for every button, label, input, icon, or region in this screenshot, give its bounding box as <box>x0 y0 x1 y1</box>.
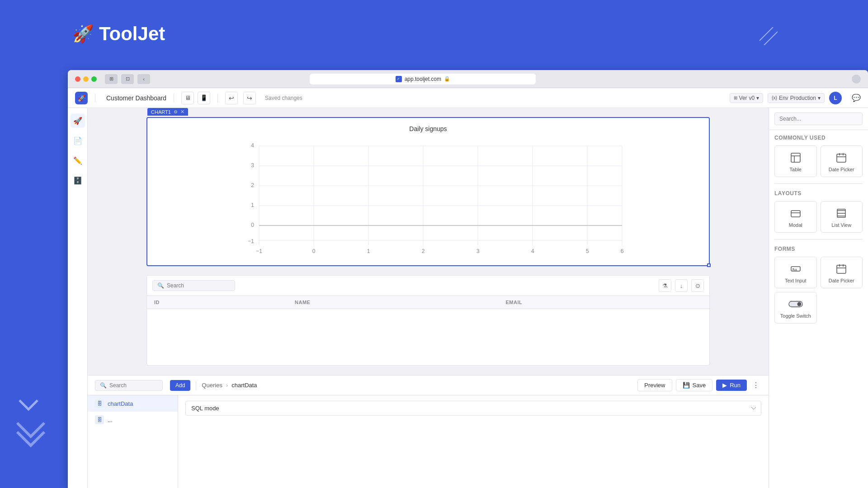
canvas-area: CHART1 ⚙ ✕ Daily signups <box>88 108 769 375</box>
address-bar[interactable]: ✓ app.tooljet.com 🔒 <box>310 74 536 84</box>
add-query-btn[interactable]: Add <box>170 380 190 391</box>
chat-icon[interactable]: 💬 <box>852 94 861 102</box>
settings-btn[interactable]: ⊙ <box>691 279 704 292</box>
query-item-2[interactable]: 🗄 ... <box>88 412 178 428</box>
rp-divider-1 <box>774 183 863 184</box>
table-header: ID NAME EMAIL <box>147 296 709 309</box>
version-value: v0 <box>749 95 755 101</box>
save-status: Saved changes <box>265 95 302 101</box>
rp-section-layouts: Layouts Modal <box>769 186 868 237</box>
rp-item-toggle-switch[interactable]: Toggle Switch <box>774 292 817 324</box>
chart-resize-handle[interactable] <box>707 263 711 267</box>
query-item-icon-2: 🗄 <box>95 415 104 424</box>
breadcrumb-sep: › <box>226 382 228 389</box>
chart-settings-icon[interactable]: ⚙ <box>174 109 178 114</box>
save-icon: 💾 <box>683 382 690 389</box>
site-favicon: ✓ <box>396 76 402 82</box>
preview-btn[interactable]: Preview <box>637 379 672 391</box>
nav-icon-inspector[interactable]: ✏️ <box>71 153 85 168</box>
app-logo: 🚀 <box>75 92 88 104</box>
rp-search <box>769 108 868 130</box>
nav-icon-datasources[interactable]: 🗄️ <box>71 173 85 188</box>
svg-text:3: 3 <box>251 162 254 169</box>
query-search-input[interactable] <box>109 382 155 389</box>
svg-text:1: 1 <box>367 248 370 254</box>
tl-yellow[interactable] <box>83 76 89 82</box>
rp-item-date-picker-2[interactable]: Date Picker <box>821 257 863 288</box>
env-label: Env <box>779 95 788 101</box>
rp-item-table[interactable]: Table <box>774 145 817 177</box>
browser-end-controls <box>852 75 861 84</box>
redo-btn[interactable]: ↪ <box>243 92 256 104</box>
desktop-view-btn[interactable]: 🖥 <box>181 92 194 104</box>
tl-green[interactable] <box>91 76 97 82</box>
rp-items-layouts: Modal List View <box>774 201 863 233</box>
chevron-logo-small <box>17 396 40 416</box>
mobile-view-btn[interactable]: 📱 <box>198 92 210 104</box>
query-actions: Preview 💾 Save ▶ Run ⋮ <box>637 379 761 391</box>
rp-item-modal[interactable]: Modal <box>774 201 817 233</box>
table-search-input[interactable] <box>167 282 230 289</box>
run-icon: ▶ <box>722 382 727 389</box>
env-badge[interactable]: {x} Env Production ▾ <box>768 93 825 103</box>
svg-text:4: 4 <box>531 248 534 254</box>
table-search-box[interactable]: 🔍 <box>152 280 235 291</box>
date-picker-widget-icon-2 <box>834 262 849 276</box>
save-label: Save <box>693 382 706 389</box>
query-toolbar: 🔍 Add Queries › chartData Preview 💾 <box>88 375 769 395</box>
browser-btn-1[interactable] <box>852 75 861 84</box>
query-content: 🗄 chartData 🗄 ... SQL mode <box>88 395 769 488</box>
run-label: Run <box>730 382 741 389</box>
rp-search-input[interactable] <box>774 113 863 125</box>
content-row: 🚀 📄 ✏️ 🗄️ CHART1 ⚙ ✕ <box>68 108 868 488</box>
user-avatar[interactable]: L <box>829 92 842 104</box>
chart-delete-icon[interactable]: ✕ <box>180 109 184 115</box>
svg-text:3: 3 <box>476 248 480 254</box>
rp-items-commonly-used: Table Date Picker <box>774 145 863 177</box>
svg-text:−1: −1 <box>256 248 262 254</box>
query-item-chartdata[interactable]: 🗄 chartData <box>88 395 178 412</box>
secure-icon: 🔒 <box>444 76 450 82</box>
chart-label-text: CHART1 <box>151 109 171 115</box>
rp-item-label-listview: List View <box>831 222 851 228</box>
svg-text:Aa: Aa <box>793 267 797 272</box>
back-btn[interactable]: ‹ <box>137 74 150 84</box>
traffic-lights <box>75 76 97 82</box>
breadcrumb-active: chartData <box>231 382 257 389</box>
sidebar-toggle-btn[interactable]: ⊞ <box>105 74 118 84</box>
sql-mode-select[interactable]: SQL mode <box>185 401 761 416</box>
table-search-icon: 🔍 <box>157 282 164 289</box>
query-toolbar-sep <box>196 381 196 390</box>
svg-point-52 <box>797 302 801 306</box>
chevron-decoration <box>13 414 49 452</box>
nav-icon-tooljet[interactable]: 🚀 <box>71 113 85 128</box>
browser-chrome: ⊞ ⊡ ‹ ✓ app.tooljet.com 🔒 <box>68 70 868 88</box>
save-btn[interactable]: 💾 Save <box>676 379 713 391</box>
nav-icon-pages[interactable]: 📄 <box>71 133 85 148</box>
browser-controls: ⊞ ⊡ ‹ <box>105 74 150 84</box>
svg-rect-31 <box>791 153 800 162</box>
table-actions: ⚗ ↓ ⊙ <box>659 279 704 292</box>
chart-title: Daily signups <box>155 125 702 132</box>
tl-red[interactable] <box>75 76 80 82</box>
undo-btn[interactable]: ↩ <box>225 92 238 104</box>
svg-text:4: 4 <box>251 142 254 149</box>
svg-rect-38 <box>791 211 800 217</box>
rp-section-forms: Forms Aa Text Input <box>769 241 868 328</box>
app-toolbar: 🚀 Customer Dashboard 🖥 📱 ↩ ↪ Saved chang… <box>68 88 868 108</box>
chart-label: CHART1 ⚙ ✕ <box>147 108 188 116</box>
toolbar-separator-2 <box>174 94 174 103</box>
chart-component[interactable]: CHART1 ⚙ ✕ Daily signups <box>146 117 710 266</box>
version-chevron: ▾ <box>756 95 759 101</box>
more-btn[interactable]: ⋮ <box>750 380 761 391</box>
run-btn[interactable]: ▶ Run <box>716 380 747 391</box>
query-search-box[interactable]: 🔍 <box>95 380 163 391</box>
app-title: Customer Dashboard <box>106 94 166 102</box>
rp-item-text-input[interactable]: Aa Text Input <box>774 257 817 288</box>
filter-btn[interactable]: ⚗ <box>659 279 671 292</box>
rp-item-list-view[interactable]: List View <box>821 201 863 233</box>
download-btn[interactable]: ↓ <box>675 279 688 292</box>
tab-btn[interactable]: ⊡ <box>121 74 134 84</box>
version-badge[interactable]: ⊞ Ver v0 ▾ <box>730 93 764 103</box>
rp-item-date-picker-1[interactable]: Date Picker <box>821 145 863 177</box>
